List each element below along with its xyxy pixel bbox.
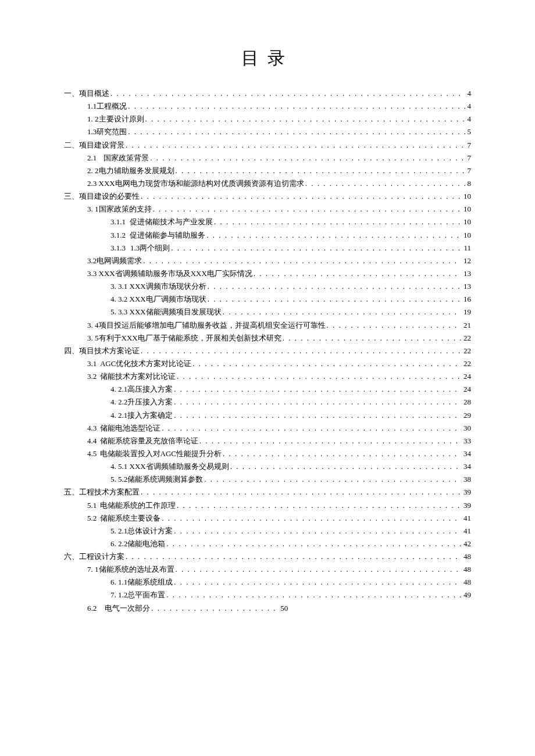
toc-entry: 3. 3.1 XXX调频市场现状分析13 xyxy=(64,281,471,292)
toc-entry-page: 41 xyxy=(461,513,471,524)
toc-entry-page: 21 xyxy=(461,320,471,331)
toc-entry-label: 五、工程技术方案配置 xyxy=(64,486,141,498)
toc-entry-page: 29 xyxy=(461,410,471,421)
toc-entry-label: 6.2 xyxy=(87,603,98,614)
toc-leader-dots xyxy=(327,320,462,331)
toc-entry: 4. 5.1 XXX省调频辅助服务交易规则34 xyxy=(64,461,471,472)
toc-entry-page: 24 xyxy=(461,371,471,382)
toc-leader-dots xyxy=(199,435,461,447)
toc-entry-page: 30 xyxy=(461,422,471,434)
toc-entry-page: 10 xyxy=(461,216,471,228)
toc-leader-dots xyxy=(174,396,461,408)
toc-entry: 7. 1储能系统的选址及布置48 xyxy=(64,564,471,575)
toc-leader-dots xyxy=(143,255,461,267)
toc-entry: 三、项目建设的必要性10 xyxy=(64,191,471,202)
toc-entry-label: 7. 1储能系统的选址及布置 xyxy=(87,564,176,575)
toc-entry-label: 4. 5.1 XXX省调频辅助服务交易规则 xyxy=(110,461,230,472)
toc-leader-dots xyxy=(174,576,461,588)
toc-entry: 一、项目概述4 xyxy=(64,88,471,99)
toc-entry-page: 50 xyxy=(279,603,288,614)
toc-leader-dots xyxy=(126,551,461,562)
toc-entry-label: 5.1 xyxy=(87,500,98,511)
toc-leader-dots xyxy=(283,332,461,344)
toc-entry-label: 二、项目建设背景 xyxy=(64,139,126,151)
toc-entry-page: 19 xyxy=(461,306,471,318)
toc-entry-page: 11 xyxy=(461,242,471,254)
toc-entry-label: 4.4 xyxy=(87,435,98,447)
toc-leader-dots xyxy=(128,101,465,112)
toc-entry-page: 8 xyxy=(465,178,472,189)
toc-entry-label: 4. 2.1高压接入方案 xyxy=(110,384,174,395)
toc-entry-page: 48 xyxy=(461,551,471,562)
toc-leader-dots xyxy=(141,486,461,498)
toc-entry-page: 4 xyxy=(465,113,472,125)
toc-leader-dots xyxy=(162,513,461,524)
toc-entry-page: 24 xyxy=(461,384,471,395)
toc-entry-label2: 储能系统容量及充放倍率论证 xyxy=(100,435,199,447)
toc-entry-label: 1.1工程概况 xyxy=(87,101,128,112)
toc-entry-label: 3.1.2 xyxy=(110,230,127,241)
toc-entry: 4.5电储能装置投入对AGC性能提升分析34 xyxy=(64,448,471,460)
toc-leader-dots xyxy=(230,461,461,472)
toc-entry-label: 4. 2.1接入方案确定 xyxy=(110,410,174,421)
toc-entry: 1.3研究范围5 xyxy=(64,126,471,138)
toc-entry: 四、项目技术方案论证22 xyxy=(64,345,471,357)
toc-entry-label: 3.2 xyxy=(87,371,98,382)
toc-entry-label: 2.1 xyxy=(87,152,98,164)
toc-entry-label2: 电气一次部分 xyxy=(105,603,151,614)
toc-entry-page: 4 xyxy=(465,101,472,112)
toc-leader-dots xyxy=(151,603,279,614)
toc-entry-label: 三、项目建设的必要性 xyxy=(64,191,141,202)
toc-leader-dots xyxy=(176,564,462,575)
toc-leader-dots xyxy=(305,178,465,189)
toc-leader-dots xyxy=(208,293,461,305)
toc-entry-page: 34 xyxy=(461,461,471,472)
toc-leader-dots xyxy=(166,538,461,550)
toc-leader-dots xyxy=(174,410,461,421)
toc-entry-page: 7 xyxy=(465,152,472,164)
toc-entry-page: 33 xyxy=(461,435,471,447)
toc-leader-dots xyxy=(174,525,461,537)
toc-entry-label: 4. 2.2升压接入方案 xyxy=(110,396,174,408)
toc-entry-page: 4 xyxy=(465,88,472,99)
toc-entry-label: 5. 2.1总体设计方案 xyxy=(110,525,174,537)
toc-leader-dots xyxy=(145,113,465,125)
toc-leader-dots xyxy=(214,216,461,228)
toc-entry-page: 13 xyxy=(461,281,471,292)
toc-entry-page: 48 xyxy=(461,576,471,588)
toc-entry-label: 5. 5.2储能系统调频测算参数 xyxy=(110,474,204,485)
toc-entry: 2.3 XXX电网电力现货市场和能源结构对优质调频资源有迫切需求8 xyxy=(64,178,471,189)
toc-leader-dots xyxy=(254,268,461,280)
toc-entry: 3.3 XXX省调频辅助服务市场及XXX电厂实际情况13 xyxy=(64,268,471,280)
toc-entry: 5.2储能系统主要设备41 xyxy=(64,513,471,524)
toc-entry: 1. 2主要设计原则4 xyxy=(64,113,471,125)
toc-entry-label2: 促进储能技术与产业发展 xyxy=(130,216,214,228)
toc-entry-label: 3.3 XXX省调频辅助服务市场及XXX电厂实际情况 xyxy=(87,268,254,280)
toc-leader-dots xyxy=(166,589,461,601)
toc-entry-label: 4. 3.2 XXX电厂调频市场现状 xyxy=(110,293,208,305)
toc-leader-dots xyxy=(223,306,461,318)
toc-entry: 4.3储能电池选型论证30 xyxy=(64,422,471,434)
toc-entry-label2: 储能技术方案对比论证 xyxy=(100,371,177,382)
toc-entry: 4. 2.1接入方案确定29 xyxy=(64,410,471,421)
toc-entry-label2: 储能系统主要设备 xyxy=(100,513,162,524)
toc-entry-label: 3. 1国家政策的支持 xyxy=(87,203,153,215)
toc-entry-label: 3.2电网调频需求 xyxy=(87,255,143,267)
toc-entry-page: 12 xyxy=(461,255,471,267)
toc-leader-dots xyxy=(171,242,461,254)
toc-entry-label: 2.3 XXX电网电力现货市场和能源结构对优质调频资源有迫切需求 xyxy=(87,178,305,189)
toc-leader-dots xyxy=(223,448,461,460)
toc-leader-dots xyxy=(206,230,461,241)
toc-entry: 7. 1.2总平面布置49 xyxy=(64,589,471,601)
toc-entry-label2: 电储能装置投入对AGC性能提升分析 xyxy=(100,448,223,460)
toc-list: 一、项目概述41.1工程概况41. 2主要设计原则41.3研究范围5二、项目建设… xyxy=(64,88,471,614)
toc-leader-dots xyxy=(177,371,461,382)
toc-entry: 5.1电储能系统的工作原理39 xyxy=(64,500,471,511)
toc-entry-label2: 国家政策背景 xyxy=(104,152,150,164)
toc-entry: 6. 1.1储能系统组成48 xyxy=(64,576,471,588)
toc-entry: 6. 2.2储能电池箱42 xyxy=(64,538,471,550)
toc-entry: 3.2电网调频需求12 xyxy=(64,255,471,267)
toc-entry-label: 一、项目概述 xyxy=(64,88,110,99)
toc-entry-page: 39 xyxy=(461,486,471,498)
toc-entry-label: 2. 2电力辅助服务发展规划 xyxy=(87,165,176,177)
